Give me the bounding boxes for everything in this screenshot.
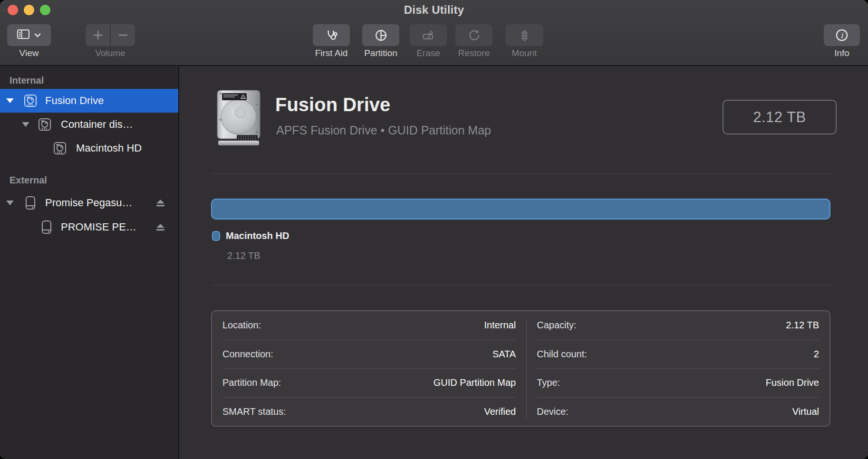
- detail-label: Device:: [537, 406, 569, 417]
- detail-value: Internal: [484, 320, 516, 331]
- drive-title: Fusion Drive: [275, 94, 390, 115]
- disk-utility-window: Disk Utility View: [0, 0, 868, 459]
- details-column-divider: [526, 319, 527, 418]
- detail-value: Verified: [484, 406, 516, 417]
- detail-value: Fusion Drive: [766, 377, 819, 388]
- detail-value: 2.12 TB: [786, 320, 819, 331]
- internal-drive-icon: [52, 141, 68, 156]
- external-drive-icon: [39, 220, 54, 235]
- sidebar-layout-icon: [17, 29, 29, 41]
- sidebar-item-promise-pe[interactable]: PROMISE PE…: [0, 215, 178, 239]
- detail-label: Capacity:: [537, 320, 576, 331]
- window-title: Disk Utility: [0, 3, 868, 17]
- detail-value: GUID Partition Map: [434, 377, 516, 388]
- view-button[interactable]: [7, 24, 51, 46]
- sidebar-section-internal: Internal: [10, 75, 44, 86]
- sidebar-section-external: External: [10, 175, 47, 186]
- legend-volume-size: 2.12 TB: [227, 250, 260, 261]
- sidebar-item-label: PROMISE PE…: [61, 221, 136, 233]
- detail-row-smart-status: SMART status: Verified: [222, 397, 516, 426]
- detail-row-partition-map: Partition Map: GUID Partition Map: [222, 368, 516, 397]
- disclosure-triangle-icon[interactable]: [22, 122, 29, 127]
- first-aid-label: First Aid: [303, 48, 359, 60]
- info-icon: i: [835, 29, 849, 42]
- sidebar-item-label: Container dis…: [61, 118, 133, 131]
- minus-icon: [117, 29, 129, 41]
- first-aid-button[interactable]: [313, 24, 350, 46]
- detail-value: 2: [814, 349, 819, 360]
- detail-value: SATA: [492, 349, 516, 360]
- usage-bar-macintosh-hd[interactable]: [211, 199, 830, 220]
- detail-value: Virtual: [792, 406, 819, 417]
- detail-label: Child count:: [537, 349, 587, 360]
- detail-row-device: Device: Virtual: [537, 397, 819, 426]
- sidebar-item-macintosh-hd[interactable]: Macintosh HD: [0, 136, 178, 160]
- sidebar: Internal Fusion Drive: [0, 67, 179, 459]
- external-drive-icon: [23, 195, 38, 210]
- restore-icon: [468, 29, 481, 42]
- chevron-down-icon: [34, 31, 41, 39]
- view-label: View: [7, 48, 51, 60]
- drive-subtitle: APFS Fusion Drive • GUID Partition Map: [276, 124, 491, 137]
- hard-drive-icon: [215, 88, 262, 147]
- legend-volume-name: Macintosh HD: [226, 230, 289, 241]
- mount-button[interactable]: [505, 24, 543, 46]
- detail-label: Partition Map:: [222, 377, 281, 388]
- sidebar-item-fusion-drive[interactable]: Fusion Drive: [0, 89, 178, 113]
- sidebar-item-promise-pegasus[interactable]: Promise Pegasu…: [0, 191, 178, 215]
- erase-icon: [422, 29, 435, 42]
- info-label: Info: [814, 48, 868, 60]
- detail-label: Connection:: [222, 349, 273, 360]
- add-volume-button[interactable]: [86, 24, 110, 46]
- sidebar-item-label: Macintosh HD: [76, 142, 142, 154]
- details-panel: Location: Internal Connection: SATA Part…: [211, 310, 830, 427]
- divider: [211, 285, 832, 286]
- restore-button[interactable]: [455, 24, 492, 46]
- partition-pie-icon: [375, 29, 387, 42]
- detail-label: Location:: [222, 320, 261, 331]
- stethoscope-icon: [325, 29, 338, 42]
- eject-icon[interactable]: [155, 199, 165, 207]
- info-button[interactable]: i: [824, 24, 860, 46]
- plus-icon: [92, 29, 104, 41]
- sidebar-item-label: Fusion Drive: [45, 95, 104, 107]
- sidebar-item-label: Promise Pegasu…: [45, 197, 132, 209]
- details-right-column: Capacity: 2.12 TB Child count: 2 Type: F…: [526, 311, 829, 426]
- sidebar-item-container-disk[interactable]: Container dis…: [0, 113, 178, 136]
- disclosure-triangle-icon[interactable]: [6, 98, 14, 103]
- details-left-column: Location: Internal Connection: SATA Part…: [212, 311, 526, 426]
- detail-row-connection: Connection: SATA: [222, 340, 516, 369]
- divider: [211, 173, 832, 174]
- volume-segmented-control: [86, 24, 135, 46]
- legend-swatch: [212, 231, 220, 241]
- titlebar-toolbar: Disk Utility View: [0, 0, 868, 66]
- detail-row-capacity: Capacity: 2.12 TB: [537, 311, 819, 340]
- remove-volume-button[interactable]: [110, 24, 135, 46]
- detail-row-location: Location: Internal: [222, 311, 516, 340]
- internal-drive-icon: [23, 93, 38, 108]
- detail-label: Type:: [537, 377, 560, 388]
- svg-text:i: i: [840, 31, 844, 40]
- mount-label: Mount: [496, 48, 553, 60]
- partition-button[interactable]: [362, 24, 399, 46]
- detail-row-child-count: Child count: 2: [537, 340, 819, 369]
- restore-label: Restore: [446, 48, 502, 60]
- disclosure-triangle-icon[interactable]: [6, 201, 14, 205]
- eject-icon[interactable]: [155, 223, 165, 231]
- erase-button[interactable]: [410, 24, 447, 46]
- detail-row-type: Type: Fusion Drive: [537, 368, 819, 397]
- volume-label: Volume: [86, 48, 135, 60]
- detail-label: SMART status:: [222, 406, 286, 417]
- capacity-badge: 2.12 TB: [723, 100, 837, 134]
- internal-drive-icon: [37, 117, 52, 132]
- mount-icon: [518, 29, 531, 42]
- main-content: Fusion Drive APFS Fusion Drive • GUID Pa…: [180, 67, 868, 459]
